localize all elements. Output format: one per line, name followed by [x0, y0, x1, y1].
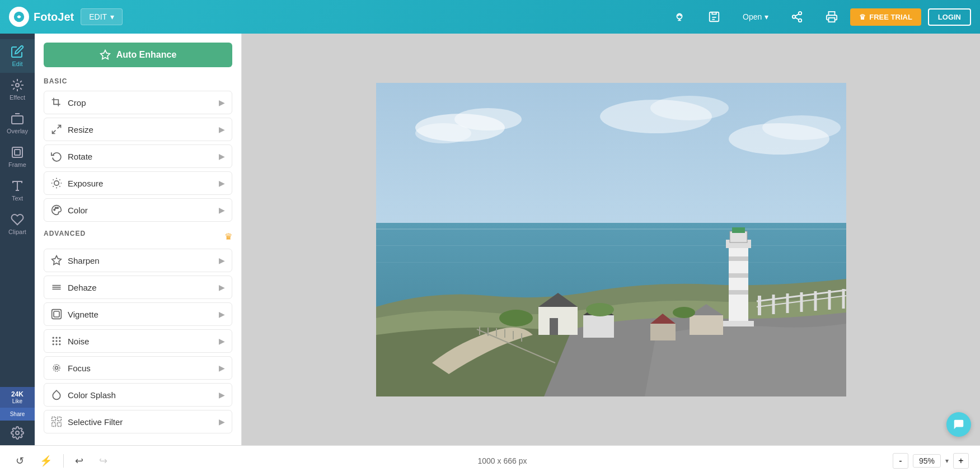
sidebar-item-edit-label: Edit — [12, 60, 23, 67]
tool-crop[interactable]: Crop ▶ — [44, 91, 232, 114]
idea-button[interactable] — [668, 7, 691, 26]
canvas-image — [376, 83, 846, 396]
tool-resize[interactable]: Resize ▶ — [44, 118, 232, 141]
sidebar-item-effect[interactable]: Effect — [0, 73, 35, 106]
basic-section-label: BASIC — [44, 77, 232, 85]
svg-rect-68 — [729, 256, 748, 261]
advanced-header: ADVANCED ♛ — [44, 230, 232, 243]
app-header: FotoJet EDIT ▾ Open ▾ ♛ FREE TRIAL LOGIN — [0, 0, 980, 34]
chat-bubble[interactable] — [946, 412, 971, 437]
sidebar-item-edit[interactable]: Edit — [0, 39, 35, 73]
lighthouse-scene-svg — [376, 83, 846, 396]
compare-button[interactable]: ⚡ — [35, 452, 57, 469]
svg-point-25 — [53, 337, 54, 338]
auto-enhance-button[interactable]: Auto Enhance — [44, 43, 232, 67]
svg-rect-83 — [650, 324, 676, 340]
fb-label: Like — [3, 398, 31, 404]
edit-label: EDIT — [89, 12, 107, 21]
sidebar-item-overlay[interactable]: Overlay — [0, 106, 35, 140]
exposure-label: Exposure — [68, 179, 103, 188]
sidebar-item-text[interactable]: Text — [0, 174, 35, 207]
svg-rect-36 — [52, 417, 56, 421]
login-button[interactable]: LOGIN — [928, 8, 971, 26]
svg-rect-69 — [729, 273, 748, 278]
rotate-arrow-icon: ▶ — [219, 152, 225, 161]
tool-vignette[interactable]: Vignette ▶ — [44, 302, 232, 326]
svg-rect-62 — [583, 315, 614, 338]
sharpen-arrow-icon: ▶ — [219, 256, 225, 265]
tool-selective-filter[interactable]: Selective Filter ▶ — [44, 410, 232, 433]
open-button[interactable]: Open ▾ — [737, 9, 774, 25]
tool-noise[interactable]: Noise ▶ — [44, 329, 232, 353]
svg-rect-51 — [376, 262, 846, 263]
svg-rect-8 — [829, 18, 835, 22]
svg-line-6 — [795, 17, 799, 20]
svg-point-15 — [54, 181, 59, 185]
facebook-like[interactable]: 24K Like — [0, 387, 35, 408]
vignette-label: Vignette — [68, 310, 99, 319]
print-button[interactable] — [820, 7, 843, 26]
header-actions: Open ▾ — [668, 7, 843, 26]
svg-line-7 — [795, 14, 799, 16]
svg-point-85 — [499, 310, 533, 326]
zoom-in-button[interactable]: + — [953, 453, 969, 469]
svg-rect-10 — [12, 116, 23, 124]
logo: FotoJet — [9, 7, 74, 27]
advanced-section-label: ADVANCED — [44, 230, 86, 237]
crop-arrow-icon: ▶ — [219, 98, 225, 107]
tool-dehaze[interactable]: Dehaze ▶ — [44, 276, 232, 299]
selective-filter-arrow-icon: ▶ — [219, 417, 225, 426]
tool-focus[interactable]: Focus ▶ — [44, 356, 232, 380]
sidebar-item-clipart[interactable]: Clipart — [0, 207, 35, 241]
reset-button[interactable]: ↺ — [11, 452, 29, 469]
svg-point-47 — [762, 115, 841, 140]
crown-icon: ♛ — [859, 13, 866, 21]
svg-rect-24 — [54, 311, 59, 317]
facebook-share[interactable]: Share — [0, 408, 35, 421]
sidebar-item-settings[interactable] — [0, 421, 35, 445]
tool-rotate[interactable]: Rotate ▶ — [44, 144, 232, 168]
svg-point-45 — [650, 96, 729, 120]
sidebar-item-frame[interactable]: Frame — [0, 140, 35, 174]
svg-point-86 — [586, 303, 614, 316]
svg-point-18 — [57, 207, 59, 209]
tool-sharpen[interactable]: Sharpen ▶ — [44, 249, 232, 272]
zoom-out-button[interactable]: - — [893, 453, 908, 469]
selective-filter-label: Selective Filter — [68, 417, 123, 427]
redo-button[interactable]: ↪ — [95, 452, 112, 469]
svg-rect-49 — [376, 228, 846, 230]
sharpen-label: Sharpen — [68, 256, 100, 265]
premium-crown-icon: ♛ — [224, 231, 232, 242]
noise-label: Noise — [68, 337, 89, 346]
crop-label: Crop — [68, 98, 86, 108]
tool-color[interactable]: Color ▶ — [44, 198, 232, 222]
focus-label: Focus — [68, 363, 91, 373]
main-area: Edit Effect Overlay Frame Text Clipart 2… — [0, 34, 980, 445]
color-splash-label: Color Splash — [68, 390, 116, 400]
svg-point-30 — [59, 340, 60, 342]
zoom-dropdown-icon: ▾ — [945, 457, 949, 465]
free-trial-button[interactable]: ♛ FREE TRIAL — [850, 8, 921, 26]
auto-enhance-label: Auto Enhance — [116, 50, 177, 60]
share-button[interactable] — [785, 7, 809, 26]
svg-point-31 — [53, 344, 54, 345]
color-arrow-icon: ▶ — [219, 206, 225, 214]
sidebar-item-text-label: Text — [12, 195, 23, 202]
svg-rect-39 — [58, 423, 62, 427]
tool-exposure[interactable]: Exposure ▶ — [44, 171, 232, 195]
bottom-bar-center: 1000 x 666 px — [121, 456, 884, 465]
dehaze-arrow-icon: ▶ — [219, 283, 225, 292]
svg-point-33 — [59, 344, 60, 345]
undo-button[interactable]: ↩ — [71, 452, 88, 469]
svg-rect-81 — [690, 315, 723, 335]
dehaze-label: Dehaze — [68, 283, 97, 292]
tool-color-splash[interactable]: Color Splash ▶ — [44, 383, 232, 407]
svg-rect-38 — [52, 423, 56, 427]
save-button[interactable] — [702, 7, 726, 26]
logo-icon — [9, 7, 29, 27]
sidebar-icons: Edit Effect Overlay Frame Text Clipart 2… — [0, 34, 35, 445]
bottom-bar-left: ↺ ⚡ ↩ ↪ — [11, 452, 112, 469]
bottom-bar: ↺ ⚡ ↩ ↪ 1000 x 666 px - 95% ▾ + — [0, 445, 980, 476]
edit-dropdown[interactable]: EDIT ▾ — [81, 8, 123, 25]
svg-rect-12 — [15, 150, 20, 155]
